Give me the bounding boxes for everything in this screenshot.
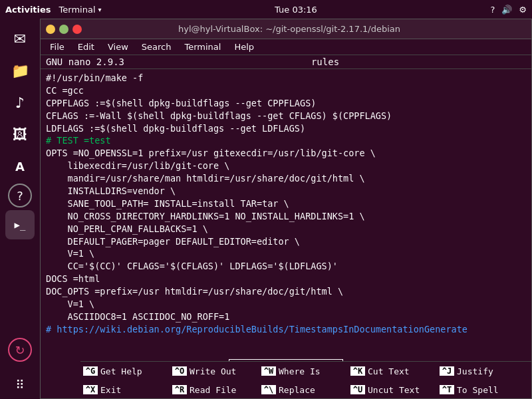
shortcut-key: ^\ xyxy=(261,385,276,394)
sidebar-terminal[interactable]: ▶_ xyxy=(5,210,35,239)
shortcut-key: ^R xyxy=(172,385,187,394)
nano-footer: ^GGet Help^OWrite Out^WWhere Is^KCut Tex… xyxy=(80,361,531,398)
terminal-dropdown-icon[interactable]: ▾ xyxy=(98,6,102,13)
terminal-line: CPPFLAGS :=$(shell dpkg-buildflags --get… xyxy=(46,97,526,110)
sidebar-music[interactable]: ♪ xyxy=(5,88,35,117)
sidebar-files[interactable]: 📁 xyxy=(5,56,35,85)
shortcut-key: ^G xyxy=(83,366,98,376)
terminal-line: ASCIIDOC8=1 ASCIIDOC_NO_ROFF=1 xyxy=(46,311,526,323)
shortcut-key: ^U xyxy=(350,385,365,394)
window-title: hyl@hyl-VirtualBox: ~/git-openssl/git-2.… xyxy=(82,24,497,34)
shortcut-key: ^K xyxy=(350,366,365,376)
nano-filename: rules xyxy=(124,57,526,67)
sidebar: ✉ 📁 ♪ 🖼 A ? ▶_ ↻ ⠿ xyxy=(0,19,40,399)
terminal-line: V=1 \ xyxy=(46,247,526,260)
menu-search[interactable]: Search xyxy=(136,41,177,53)
shortcut-key: ^O xyxy=(172,366,187,376)
system-bar-left: Activities Terminal ▾ xyxy=(5,5,102,15)
shortcut-key: ^J xyxy=(440,366,454,376)
footer-shortcut: ^UUncut Text xyxy=(350,385,440,395)
terminal-line: #!/usr/bin/make -f xyxy=(46,72,526,84)
terminal-line: libexecdir=/usr/lib/git-core \ xyxy=(46,160,526,172)
terminal-content[interactable]: #!/usr/bin/make -fCC =gccCPPFLAGS :=$(sh… xyxy=(41,69,531,358)
shortcut-label: Get Help xyxy=(100,366,142,376)
sidebar-email[interactable]: ✉ xyxy=(5,24,35,53)
terminal-line: NO_PERL_CPAN_FALLBACKS=1 \ xyxy=(46,223,526,235)
footer-shortcut: ^\Replace xyxy=(261,385,350,395)
terminal-line: DOC_OPTS =prefix=/usr htmldir=/usr/share… xyxy=(46,285,526,298)
shortcut-label: Read File xyxy=(190,385,236,395)
terminal-window: hyl@hyl-VirtualBox: ~/git-openssl/git-2.… xyxy=(40,19,532,399)
title-bar: hyl@hyl-VirtualBox: ~/git-openssl/git-2.… xyxy=(41,19,531,39)
footer-shortcut: ^OWrite Out xyxy=(172,366,261,376)
window-controls xyxy=(46,25,82,34)
sidebar-help[interactable]: ? xyxy=(8,184,32,207)
shortcut-key: ^X xyxy=(83,385,98,394)
terminal-line: DEFAULT_PAGER=pager DEFAULT_EDITOR=edito… xyxy=(46,235,526,248)
terminal-line: LDFLAGS :=$(shell dpkg-buildflags --get … xyxy=(46,122,526,135)
maximize-button[interactable] xyxy=(59,25,68,34)
shortcut-label: Where Is xyxy=(279,366,321,376)
sidebar-image[interactable]: 🖼 xyxy=(5,120,35,149)
footer-row-1: ^GGet Help^OWrite Out^WWhere Is^KCut Tex… xyxy=(80,362,531,380)
system-clock: Tue 03:16 xyxy=(275,5,317,15)
shortcut-label: Uncut Text xyxy=(368,385,420,395)
sidebar-font[interactable]: A xyxy=(5,152,35,181)
system-tray: ? 🔊 ⚙ xyxy=(490,5,527,15)
sidebar-update[interactable]: ↻ xyxy=(8,338,32,362)
shortcut-label: Replace xyxy=(279,385,315,395)
terminal-line: INSTALLDIRS=vendor \ xyxy=(46,185,526,198)
shortcut-label: Exit xyxy=(100,385,121,395)
menu-edit[interactable]: Edit xyxy=(72,41,100,53)
terminal-line: OPTS =NO_OPENSSL=1 prefix=/usr gitexecdi… xyxy=(46,147,526,160)
terminal-line: SANE_TOOL_PATH= INSTALL=install TAR=tar … xyxy=(46,198,526,210)
terminal-line: CFLAGS :=-Wall $(shell dpkg-buildflags -… xyxy=(46,110,526,122)
settings-icon: ⚙ xyxy=(519,5,527,15)
terminal-line: mandir=/usr/share/man htmldir=/usr/share… xyxy=(46,172,526,185)
menu-view[interactable]: View xyxy=(102,41,134,53)
terminal-line: # https://wiki.debian.org/ReproducibleBu… xyxy=(46,323,526,336)
terminal-label: Terminal xyxy=(59,5,96,15)
footer-row-2: ^XExit^RRead File^\Replace^UUncut Text^T… xyxy=(80,380,531,399)
menu-help[interactable]: Help xyxy=(229,41,259,53)
system-bar: Activities Terminal ▾ Tue 03:16 ? 🔊 ⚙ xyxy=(0,0,532,19)
footer-shortcut: ^RRead File xyxy=(172,385,261,395)
footer-shortcut: ^JJustify xyxy=(440,366,529,376)
shortcut-key: ^W xyxy=(261,366,276,376)
menu-bar: File Edit View Search Terminal Help xyxy=(41,39,531,55)
footer-shortcut: ^GGet Help xyxy=(83,366,172,376)
footer-shortcut: ^KCut Text xyxy=(350,366,440,376)
menu-terminal[interactable]: Terminal xyxy=(179,41,226,53)
sidebar-grid[interactable]: ⠿ xyxy=(5,370,35,399)
shortcut-label: Justify xyxy=(457,366,493,376)
volume-icon: 🔊 xyxy=(501,5,512,15)
footer-shortcut: ^WWhere Is xyxy=(261,366,350,376)
activities-button[interactable]: Activities xyxy=(5,5,51,15)
terminal-menu-button[interactable]: Terminal ▾ xyxy=(59,5,102,15)
close-button[interactable] xyxy=(72,25,82,34)
menu-file[interactable]: File xyxy=(45,41,70,53)
terminal-line: NO_CROSS_DIRECTORY_HARDLINKS=1 NO_INSTAL… xyxy=(46,210,526,223)
shortcut-label: Cut Text xyxy=(368,366,410,376)
terminal-line: V=1 \ xyxy=(46,298,526,311)
shortcut-label: To Spell xyxy=(457,385,499,395)
footer-shortcut: ^XExit xyxy=(83,385,172,395)
minimize-button[interactable] xyxy=(46,25,55,34)
shortcut-label: Write Out xyxy=(190,366,236,376)
nano-app-info: GNU nano 2.9.3 xyxy=(46,57,124,67)
terminal-line: CC='$(CC)' CFLAGS='$(CFLAGS)' LDFLAGS='$… xyxy=(46,260,526,273)
footer-shortcut: ^TTo Spell xyxy=(440,385,529,395)
network-icon: ? xyxy=(490,5,495,15)
terminal-line: DOCS =html xyxy=(46,273,526,285)
terminal-line: CC =gcc xyxy=(46,84,526,97)
shortcut-key: ^T xyxy=(440,385,454,394)
nano-header: GNU nano 2.9.3 rules xyxy=(41,55,531,69)
terminal-line: # TEST =test xyxy=(46,134,526,147)
